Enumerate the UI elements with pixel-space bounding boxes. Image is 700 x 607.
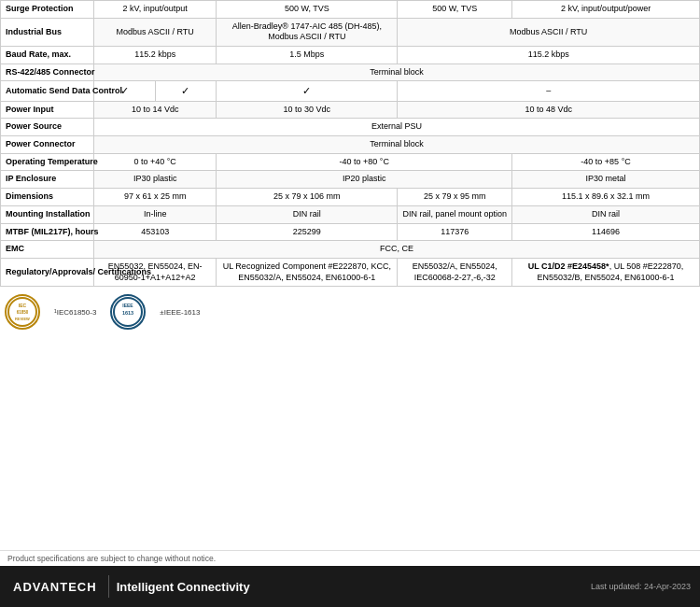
row-label-reg: Regulatory/Approvals/ Certifications <box>1 258 94 286</box>
footnote-area <box>0 337 700 388</box>
footer-right: Last updated: 24-Apr-2023 <box>591 582 691 591</box>
cert-section: IEC 61850 REVIEW ¹IEC61850-3 IEEE 1613 ±… <box>0 287 700 337</box>
cell-mount-2: DIN rail <box>217 205 398 223</box>
cell-ip-1: IP30 plastic <box>94 171 217 189</box>
row-label-bus: Industrial Bus <box>1 18 94 46</box>
product-note: Product specifications are subject to ch… <box>0 550 700 566</box>
cell-power-source: External PSU <box>94 119 700 136</box>
cell-bus-1: Modbus ASCII / RTU <box>94 18 217 46</box>
row-label-mount: Mounting Installation <box>1 205 94 223</box>
cell-power-input-2: 10 to 30 Vdc <box>217 101 398 119</box>
cell-surge-2: 500 W, TVS <box>217 1 398 19</box>
table-row: Power Source External PSU <box>1 119 700 136</box>
cell-mtbf-1: 453103 <box>94 223 217 241</box>
cell-temp-3: -40 to +85 °C <box>512 153 700 171</box>
specs-table: Surge Protection 2 kV, input/output 500 … <box>0 0 700 287</box>
cell-baud-1: 115.2 kbps <box>94 47 217 64</box>
table-row: Operating Temperature 0 to +40 °C -40 to… <box>1 153 700 171</box>
cert-label-iec61850: ¹IEC61850-3 <box>54 308 96 317</box>
cert-label-ieee1613: ±IEEE-1613 <box>160 308 200 317</box>
table-row: Mounting Installation In-line DIN rail D… <box>1 205 700 223</box>
svg-text:61850: 61850 <box>17 310 29 315</box>
cell-power-input-3: 10 to 48 Vdc <box>398 101 700 119</box>
cert-ieee1613-icon: IEEE 1613 <box>112 296 144 328</box>
cell-ip-3: IP30 metal <box>512 171 700 189</box>
cell-baud-2: 1.5 Mbps <box>217 47 398 64</box>
cell-baud-3: 115.2 kbps <box>398 47 700 64</box>
cert-text-ieee1613: ±IEEE-1613 <box>160 308 200 317</box>
table-row: Power Connector Terminal block <box>1 136 700 154</box>
cell-reg-4: UL C1/D2 #E245458*, UL 508 #E222870, EN5… <box>512 258 700 286</box>
cell-bus-3: Modbus ASCII / RTU <box>398 18 700 46</box>
row-label-power-connector: Power Connector <box>1 136 94 154</box>
row-label-autosend: Automatic Send Data Control <box>1 81 94 101</box>
cell-mtbf-4: 114696 <box>512 223 700 241</box>
cert-iecview-icon: IEC 61850 REVIEW <box>7 296 38 328</box>
table-row: Regulatory/Approvals/ Certifications EN5… <box>1 258 700 286</box>
cell-temp-2: -40 to +80 °C <box>217 153 512 171</box>
table-row: Surge Protection 2 kV, input/output 500 … <box>1 1 700 19</box>
footer-brand: ADVANTECH Intelligent Connectivity <box>9 575 250 598</box>
cell-dim-1: 97 x 61 x 25 mm <box>94 189 217 206</box>
cell-reg-3: EN55032/A, EN55024, IEC60068-2-27,-6,-32 <box>398 258 512 286</box>
cell-power-connector: Terminal block <box>94 136 700 154</box>
specs-table-container: Surge Protection 2 kV, input/output 500 … <box>0 0 700 287</box>
row-label-emc: EMC <box>1 241 94 259</box>
row-label-power-input: Power Input <box>1 101 94 119</box>
cell-bus-2: Allen-Bradley® 1747-AIC 485 (DH-485), Mo… <box>217 18 398 46</box>
cell-dim-4: 115.1 x 89.6 x 32.1 mm <box>512 189 700 206</box>
table-row: Automatic Send Data Control ✓ ✓ ✓ – <box>1 81 700 101</box>
cell-surge-3: 500 W, TVS <box>398 1 512 19</box>
product-note-text: Product specifications are subject to ch… <box>7 554 216 563</box>
cell-temp-1: 0 to +40 °C <box>94 153 217 171</box>
row-label-power-source: Power Source <box>1 119 94 136</box>
table-row: IP Enclosure IP30 plastic IP20 plastic I… <box>1 171 700 189</box>
svg-text:IEEE: IEEE <box>123 303 134 308</box>
cell-mount-1: In-line <box>94 205 217 223</box>
cell-autosend-3: ✓ <box>217 81 398 101</box>
table-row: Baud Rate, max. 115.2 kbps 1.5 Mbps 115.… <box>1 47 700 64</box>
svg-text:IEC: IEC <box>19 303 27 308</box>
row-label-connector: RS-422/485 Connector <box>1 64 94 81</box>
cert-text-iec61850: ¹IEC61850-3 <box>54 308 96 317</box>
cell-connector: Terminal block <box>94 64 700 81</box>
cell-surge-1: 2 kV, input/output <box>94 1 217 19</box>
cell-power-input-1: 10 to 14 Vdc <box>94 101 217 119</box>
cell-mtbf-3: 117376 <box>398 223 512 241</box>
footer-date: Last updated: 24-Apr-2023 <box>591 582 691 591</box>
cell-surge-4: 2 kV, input/output/power <box>512 1 700 19</box>
row-label-ip: IP Enclosure <box>1 171 94 189</box>
table-row: MTBF (MIL217F), hours 453103 225299 1173… <box>1 223 700 241</box>
footer-bar: ADVANTECH Intelligent Connectivity Last … <box>0 566 700 607</box>
row-label-surge: Surge Protection <box>1 1 94 19</box>
table-row: Power Input 10 to 14 Vdc 10 to 30 Vdc 10… <box>1 101 700 119</box>
cell-autosend-2: ✓ <box>155 81 217 101</box>
cell-ip-2: IP20 plastic <box>217 171 512 189</box>
cell-reg-2: UL Recognized Component #E222870, KCC, E… <box>217 258 398 286</box>
table-row: EMC FCC, CE <box>1 241 700 259</box>
cell-emc: FCC, CE <box>94 241 700 259</box>
row-label-baud: Baud Rate, max. <box>1 47 94 64</box>
brand-tagline: Intelligent Connectivity <box>117 580 250 594</box>
brand-logo: ADVANTECH <box>9 578 101 596</box>
brand-divider <box>108 575 109 598</box>
cell-mount-3: DIN rail, panel mount option <box>398 205 512 223</box>
row-label-mtbf: MTBF (MIL217F), hours <box>1 223 94 241</box>
cell-autosend-4: – <box>398 81 700 101</box>
cert-badge-iecview: IEC 61850 REVIEW <box>5 294 40 330</box>
cell-mount-4: DIN rail <box>512 205 700 223</box>
cell-mtbf-2: 225299 <box>217 223 398 241</box>
cell-dim-2: 25 x 79 x 106 mm <box>217 189 398 206</box>
cell-dim-3: 25 x 79 x 95 mm <box>398 189 512 206</box>
row-label-temp: Operating Temperature <box>1 153 94 171</box>
table-row: Dimensions 97 x 61 x 25 mm 25 x 79 x 106… <box>1 189 700 206</box>
row-label-dim: Dimensions <box>1 189 94 206</box>
cert-badge-ieee1613: IEEE 1613 <box>110 294 146 330</box>
table-row: RS-422/485 Connector Terminal block <box>1 64 700 81</box>
table-row: Industrial Bus Modbus ASCII / RTU Allen-… <box>1 18 700 46</box>
svg-text:1613: 1613 <box>122 310 133 316</box>
svg-text:REVIEW: REVIEW <box>15 317 30 321</box>
